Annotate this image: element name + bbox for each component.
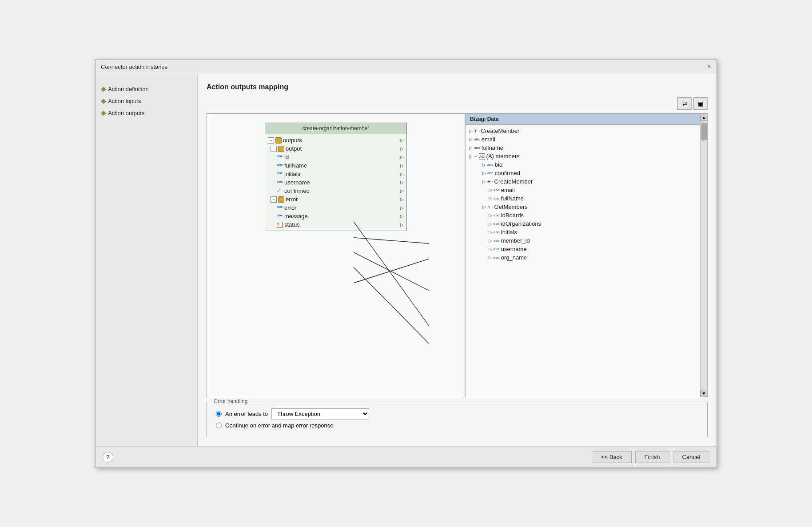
expand-button[interactable]: − bbox=[271, 196, 277, 203]
arrow-out-icon: ▷ bbox=[400, 146, 404, 151]
sidebar-item-action-definition[interactable]: Action definition bbox=[100, 83, 193, 95]
abc-icon: abc bbox=[494, 213, 500, 217]
expand-button[interactable]: − bbox=[271, 146, 277, 152]
sidebar-item-label: Action outputs bbox=[108, 110, 144, 116]
tree-label: fullname bbox=[482, 144, 503, 151]
right-tree-row: ▷ + CreateMember bbox=[469, 177, 697, 186]
abc-icon: abc bbox=[494, 222, 500, 226]
right-arrow-icon: ▷ bbox=[489, 196, 492, 201]
tree-label: initials bbox=[284, 171, 300, 177]
tree-row: abc initials ▷ bbox=[268, 170, 404, 178]
abc-icon: abc bbox=[277, 180, 283, 186]
arrow-out-icon: ▷ bbox=[400, 138, 404, 143]
expand-button[interactable]: − bbox=[474, 153, 478, 160]
right-tree-row: ▷ abc initials bbox=[469, 228, 697, 236]
back-button[interactable]: << Back bbox=[592, 451, 632, 463]
tree-label: fullName bbox=[284, 162, 307, 169]
folder-icon bbox=[278, 146, 284, 152]
right-panel: Bizagi Data ▷ + CreateMember bbox=[466, 114, 700, 397]
arrow-out-icon: ▷ bbox=[400, 205, 404, 210]
connector-box: create-organization-member − outputs ▷ bbox=[265, 123, 407, 231]
tree-row: − outputs ▷ bbox=[268, 136, 404, 144]
sidebar-item-label: Action inputs bbox=[108, 98, 141, 104]
scroll-up-button[interactable]: ▲ bbox=[701, 114, 707, 121]
abc-icon: abc bbox=[487, 171, 494, 175]
mapping-area: create-organization-member − outputs ▷ bbox=[207, 113, 708, 397]
sidebar-item-action-outputs[interactable]: Action outputs bbox=[100, 107, 193, 119]
scroll-down-button[interactable]: ▼ bbox=[701, 390, 707, 397]
abc-icon: abc bbox=[277, 163, 283, 169]
arrow-out-icon: ▷ bbox=[400, 180, 404, 185]
arrow-out-icon: ▷ bbox=[400, 197, 404, 202]
expand-button[interactable]: + bbox=[487, 204, 491, 210]
tree-label: outputs bbox=[283, 137, 302, 144]
abc-icon: abc bbox=[494, 239, 500, 243]
finish-button[interactable]: Finish bbox=[635, 451, 669, 463]
radio-error-leads-to[interactable] bbox=[216, 411, 222, 417]
right-panel-content: ▷ + CreateMember ▷ abc email bbox=[466, 125, 700, 395]
right-tree-row: ▷ − Ao (A) members bbox=[469, 152, 697, 160]
tree-label: CreateMember bbox=[494, 178, 533, 185]
folder-icon bbox=[278, 196, 284, 203]
main-content: Action outputs mapping ⇄ ▣ create-organi… bbox=[198, 74, 716, 446]
cancel-button[interactable]: Cancel bbox=[673, 451, 709, 463]
tree-label: username bbox=[501, 246, 527, 252]
tree-row: abc username ▷ bbox=[268, 178, 404, 187]
right-tree-row: ▷ abc org_name bbox=[469, 253, 697, 262]
sidebar-item-action-inputs[interactable]: Action inputs bbox=[100, 95, 193, 107]
right-arrow-icon: ▷ bbox=[489, 247, 492, 252]
abc-icon: abc bbox=[494, 230, 500, 234]
scroll-thumb[interactable] bbox=[701, 123, 707, 140]
tree-label: error bbox=[286, 196, 298, 203]
array-icon: Ao bbox=[479, 153, 485, 160]
abc-icon: abc bbox=[494, 256, 500, 260]
folder-icon bbox=[479, 131, 480, 132]
abc-icon: abc bbox=[277, 205, 283, 211]
folder-icon bbox=[492, 181, 493, 182]
help-button[interactable]: ? bbox=[103, 452, 113, 463]
svg-line-4 bbox=[354, 259, 429, 283]
right-arrow-icon: ▷ bbox=[489, 255, 492, 260]
right-tree-row: ▷ + CreateMember bbox=[469, 127, 697, 135]
abc-icon: abc bbox=[487, 163, 494, 167]
arrow-out-icon: ▷ bbox=[400, 214, 404, 219]
right-arrow-icon: ▷ bbox=[482, 204, 486, 209]
layout-button-2[interactable]: ▣ bbox=[693, 97, 708, 110]
bottom-buttons: << Back Finish Cancel bbox=[592, 451, 709, 463]
radio-continue-on-error[interactable] bbox=[216, 423, 222, 428]
check-icon: ✓ bbox=[277, 188, 283, 194]
tree-label: error bbox=[284, 204, 296, 211]
page-title: Action outputs mapping bbox=[207, 83, 708, 91]
tree-label: confirmed bbox=[284, 188, 310, 194]
right-arrow-icon: ▷ bbox=[489, 238, 492, 243]
tree-row: abc id ▷ bbox=[268, 153, 404, 161]
layout-icon-2: ▣ bbox=[698, 100, 703, 107]
expand-button[interactable]: − bbox=[268, 137, 274, 144]
right-scrollbar: ▲ ▼ bbox=[700, 114, 707, 397]
tree-label: output bbox=[286, 145, 302, 152]
right-tree-row: ▷ abc idBoards bbox=[469, 211, 697, 220]
right-arrow-icon: ▷ bbox=[489, 188, 492, 192]
right-arrow-icon: ▷ bbox=[469, 145, 473, 150]
left-panel: create-organization-member − outputs ▷ bbox=[207, 114, 465, 397]
left-tree: − outputs ▷ − output bbox=[265, 134, 406, 231]
tree-label: status bbox=[284, 221, 300, 228]
folder-icon bbox=[275, 137, 282, 144]
right-tree-row: ▷ + GetMembers bbox=[469, 203, 697, 211]
throw-exception-dropdown[interactable]: Throw Exception Continue Map Error Respo… bbox=[271, 408, 369, 419]
tree-row: ✓ confirmed ▷ bbox=[268, 187, 404, 195]
tree-row: − output ▷ bbox=[268, 144, 404, 153]
tree-row: abc fullName ▷ bbox=[268, 161, 404, 170]
layout-icon-1: ⇄ bbox=[682, 100, 687, 107]
right-arrow-icon: ▷ bbox=[482, 179, 486, 184]
abc-icon: abc bbox=[494, 247, 500, 251]
right-arrow-icon: ▷ bbox=[469, 154, 473, 159]
expand-button[interactable]: + bbox=[487, 178, 491, 185]
right-arrow-icon: ▷ bbox=[489, 221, 492, 226]
abc-icon: abc bbox=[277, 171, 283, 177]
expand-button[interactable]: + bbox=[474, 128, 478, 134]
layout-button-1[interactable]: ⇄ bbox=[677, 97, 692, 110]
close-button[interactable]: × bbox=[707, 63, 711, 70]
tree-label: GetMembers bbox=[494, 204, 528, 210]
tree-label: CreateMember bbox=[481, 128, 520, 134]
